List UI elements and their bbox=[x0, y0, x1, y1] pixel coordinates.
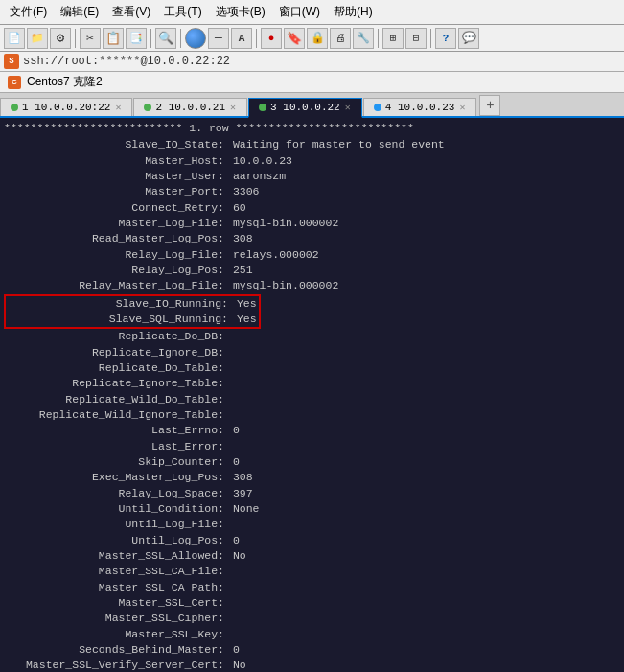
field-label: Last_Error: bbox=[4, 439, 224, 454]
field-label: Read_Master_Log_Pos: bbox=[4, 231, 224, 246]
field-label: Replicate_Ignore_Table: bbox=[4, 376, 224, 391]
terminal-row: Replicate_Wild_Ignore_Table: bbox=[4, 407, 620, 423]
toolbar-sep-1 bbox=[75, 29, 76, 48]
cut-button[interactable]: ✂ bbox=[80, 28, 101, 49]
session-label: Centos7 克隆2 bbox=[27, 74, 103, 90]
tab-1[interactable]: 1 10.0.0.20:22 ✕ bbox=[0, 98, 132, 116]
tab-close-1[interactable]: ✕ bbox=[114, 102, 122, 113]
ssh-icon: S bbox=[4, 54, 19, 69]
copy-button[interactable]: 📋 bbox=[103, 28, 124, 49]
terminal-row: Seconds_Behind_Master: 0 bbox=[4, 642, 620, 658]
field-label: Master_User: bbox=[4, 169, 224, 184]
terminal-row: Relay_Log_Space: 397 bbox=[4, 486, 620, 501]
red-button[interactable]: ● bbox=[261, 28, 282, 49]
new-button[interactable]: 📄 bbox=[4, 28, 25, 49]
field-value bbox=[224, 517, 233, 532]
field-value bbox=[224, 595, 233, 611]
lock-button[interactable]: 🔒 bbox=[307, 28, 328, 49]
terminal-row: Until_Log_File: bbox=[4, 517, 620, 532]
field-value bbox=[224, 360, 233, 376]
tab-2[interactable]: 2 10.0.0.21 ✕ bbox=[133, 98, 247, 116]
font-button[interactable]: A bbox=[231, 28, 252, 49]
terminal-area[interactable]: *************************** 1. row *****… bbox=[0, 118, 624, 672]
terminal-row: Master_User: aaronszm bbox=[4, 169, 620, 184]
field-value: 0 bbox=[224, 423, 240, 438]
field-label: Seconds_Behind_Master: bbox=[4, 642, 224, 658]
field-value: 251 bbox=[224, 263, 253, 278]
field-value: 10.0.0.23 bbox=[224, 153, 292, 169]
paste-button[interactable]: 📑 bbox=[126, 28, 147, 49]
terminal-rows: Slave_IO_State: Waiting for master to se… bbox=[4, 137, 620, 672]
tab-close-3[interactable]: ✕ bbox=[344, 102, 352, 113]
terminal-row: Read_Master_Log_Pos: 308 bbox=[4, 231, 620, 246]
terminal-row: Relay_Master_Log_File: mysql-bin.000002 bbox=[4, 278, 620, 293]
terminal-row: Master_SSL_CA_Path: bbox=[4, 580, 620, 595]
field-label: Connect_Retry: bbox=[4, 200, 224, 216]
terminal-row: Slave_IO_State: Waiting for master to se… bbox=[4, 137, 620, 152]
field-label: Relay_Master_Log_File: bbox=[4, 278, 224, 293]
terminal-row: Replicate_Ignore_Table: bbox=[4, 376, 620, 391]
field-value bbox=[224, 611, 233, 626]
field-label: Master_SSL_Verify_Server_Cert: bbox=[4, 658, 224, 672]
terminal-row: Master_SSL_Allowed: No bbox=[4, 548, 620, 564]
menu-tabs[interactable]: 选项卡(B) bbox=[210, 2, 271, 22]
field-value: None bbox=[224, 501, 260, 517]
tab-close-4[interactable]: ✕ bbox=[458, 102, 466, 113]
field-label: Master_Port: bbox=[4, 184, 224, 199]
shrink-button[interactable]: ⊟ bbox=[405, 28, 427, 49]
tab-4[interactable]: 4 10.0.0.23 ✕ bbox=[363, 98, 477, 116]
tool-btn-9[interactable]: 🔧 bbox=[353, 28, 374, 49]
menu-view[interactable]: 查看(V) bbox=[106, 2, 156, 22]
tool-btn-3[interactable]: ⚙ bbox=[50, 28, 71, 49]
field-value: 3306 bbox=[224, 184, 260, 199]
addressbar-text: ssh://root:******@10.0.0.22:22 bbox=[23, 55, 230, 68]
terminal-row: Master_SSL_Key: bbox=[4, 627, 620, 642]
toolbar-sep-2 bbox=[150, 29, 151, 48]
field-value: 0 bbox=[224, 454, 240, 470]
help-button[interactable]: ? bbox=[435, 28, 456, 49]
field-value bbox=[224, 376, 233, 391]
chat-button[interactable]: 💬 bbox=[458, 28, 479, 49]
tab-dot-1 bbox=[11, 104, 18, 111]
field-label: Master_SSL_Cipher: bbox=[4, 611, 224, 626]
terminal-row: Connect_Retry: 60 bbox=[4, 200, 620, 216]
field-value: 397 bbox=[224, 486, 253, 501]
menu-window[interactable]: 窗口(W) bbox=[273, 2, 326, 22]
terminal-row: Relay_Log_File: relays.000002 bbox=[4, 247, 620, 263]
expand-button[interactable]: ⊞ bbox=[382, 28, 404, 49]
search-button[interactable]: 🔍 bbox=[155, 28, 176, 49]
tool-btn-dash[interactable]: — bbox=[208, 28, 229, 49]
tab-add-button[interactable]: + bbox=[479, 95, 500, 116]
toolbar-sep-4 bbox=[256, 29, 257, 48]
open-button[interactable]: 📁 bbox=[27, 28, 48, 49]
field-label: Replicate_Do_DB: bbox=[4, 329, 224, 344]
tool-btn-8[interactable]: 🖨 bbox=[330, 28, 351, 49]
field-value bbox=[224, 329, 233, 344]
session-icon: C bbox=[8, 76, 21, 89]
bookmark-button[interactable]: 🔖 bbox=[284, 28, 305, 49]
menu-tools[interactable]: 工具(T) bbox=[158, 2, 207, 22]
terminal-row: Master_Port: 3306 bbox=[4, 184, 620, 199]
terminal-row: Replicate_Do_DB: bbox=[4, 329, 620, 344]
field-value: 0 bbox=[224, 642, 240, 658]
tab-close-2[interactable]: ✕ bbox=[229, 102, 237, 113]
field-value bbox=[224, 345, 233, 360]
field-label: Slave_IO_Running: bbox=[8, 296, 228, 312]
field-label: Until_Log_Pos: bbox=[4, 533, 224, 548]
tab-3[interactable]: 3 10.0.0.22 ✕ bbox=[248, 98, 362, 118]
tab-bar: 1 10.0.0.20:22 ✕ 2 10.0.0.21 ✕ 3 10.0.0.… bbox=[0, 93, 624, 118]
terminal-row: Until_Log_Pos: 0 bbox=[4, 533, 620, 548]
field-label: Master_SSL_Allowed: bbox=[4, 548, 224, 564]
field-label: Skip_Counter: bbox=[4, 454, 224, 470]
session-bar: C Centos7 克隆2 bbox=[0, 72, 624, 93]
field-value bbox=[224, 407, 233, 423]
menu-file[interactable]: 文件(F) bbox=[4, 2, 53, 22]
menu-edit[interactable]: 编辑(E) bbox=[55, 2, 104, 22]
field-label: Master_SSL_Cert: bbox=[4, 595, 224, 611]
menu-help[interactable]: 帮助(H) bbox=[328, 2, 379, 22]
terminal-row: Until_Condition: None bbox=[4, 501, 620, 517]
field-value: 308 bbox=[224, 470, 253, 485]
terminal-row: Master_SSL_CA_File: bbox=[4, 564, 620, 579]
field-value bbox=[224, 627, 233, 642]
field-label: Replicate_Wild_Ignore_Table: bbox=[4, 407, 224, 423]
